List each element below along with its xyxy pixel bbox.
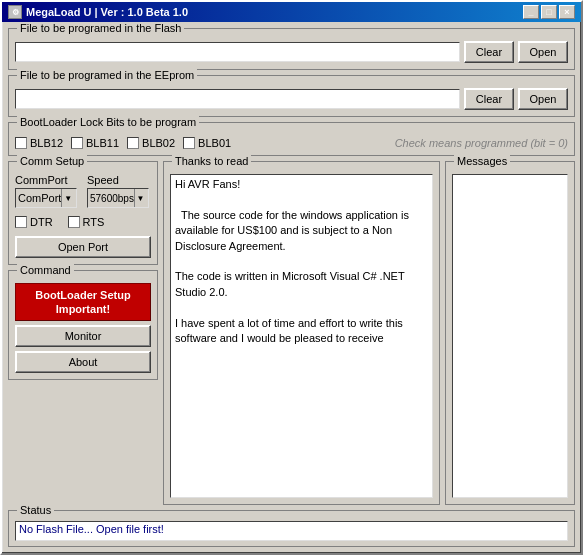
eeprom-open-button[interactable]: Open xyxy=(518,88,568,110)
bootloader-bits-group: BootLoader Lock Bits to be program BLB12… xyxy=(8,122,575,156)
bootloader-bits-label: BootLoader Lock Bits to be program xyxy=(17,116,199,128)
speed-group: Speed 57600bps ▼ xyxy=(87,174,149,208)
open-port-button[interactable]: Open Port xyxy=(15,236,151,258)
blb12-item: BLB12 xyxy=(15,137,63,149)
thanks-group: Thanks to read Hi AVR Fans! The source c… xyxy=(163,161,440,505)
maximize-button[interactable]: □ xyxy=(541,5,557,19)
flash-open-button[interactable]: Open xyxy=(518,41,568,63)
bootloader-line1: BootLoader Setup xyxy=(35,289,130,301)
rts-item: RTS xyxy=(68,216,105,228)
bootloader-line2: Important! xyxy=(56,303,110,315)
blb12-checkbox[interactable] xyxy=(15,137,27,149)
comm-setup-group: Comm Setup CommPort ComPort ▼ Speed xyxy=(8,161,158,265)
commport-select[interactable]: ComPort ▼ xyxy=(15,188,77,208)
status-label: Status xyxy=(17,504,54,516)
flash-group-label: File to be programed in the Flash xyxy=(17,22,184,34)
commport-arrow-icon: ▼ xyxy=(61,189,74,207)
eeprom-group: File to be programed in the EEprom Clear… xyxy=(8,75,575,117)
thanks-text: Hi AVR Fans! The source code for the win… xyxy=(175,178,409,344)
port-speed-row: CommPort ComPort ▼ Speed 57600bps ▼ xyxy=(15,174,151,208)
status-group: Status No Flash File... Open file first! xyxy=(8,510,575,547)
messages-content xyxy=(452,174,568,498)
speed-select[interactable]: 57600bps ▼ xyxy=(87,188,149,208)
thanks-label: Thanks to read xyxy=(172,155,251,167)
eeprom-file-input[interactable] xyxy=(15,89,460,109)
thanks-content[interactable]: Hi AVR Fans! The source code for the win… xyxy=(170,174,433,498)
blb02-label: BLB02 xyxy=(142,137,175,149)
status-value: No Flash File... Open file first! xyxy=(15,521,568,541)
blb02-checkbox[interactable] xyxy=(127,137,139,149)
flash-clear-button[interactable]: Clear xyxy=(464,41,514,63)
bottom-section: Comm Setup CommPort ComPort ▼ Speed xyxy=(8,161,575,505)
dtr-item: DTR xyxy=(15,216,53,228)
rts-checkbox[interactable] xyxy=(68,216,80,228)
messages-label: Messages xyxy=(454,155,510,167)
title-bar: ⚙ MegaLoad U | Ver : 1.0 Beta 1.0 _ □ × xyxy=(2,2,581,22)
dtr-rts-row: DTR RTS xyxy=(15,216,151,228)
command-label: Command xyxy=(17,264,74,276)
command-group: Command BootLoader Setup Important! Moni… xyxy=(8,270,158,380)
blb01-label: BLB01 xyxy=(198,137,231,149)
middle-right: Thanks to read Hi AVR Fans! The source c… xyxy=(163,161,575,505)
messages-group: Messages xyxy=(445,161,575,505)
main-content: File to be programed in the Flash Clear … xyxy=(2,22,581,553)
speed-arrow-icon: ▼ xyxy=(134,189,146,207)
dtr-checkbox[interactable] xyxy=(15,216,27,228)
speed-label: Speed xyxy=(87,174,149,186)
commport-value: ComPort xyxy=(18,192,61,204)
blb11-item: BLB11 xyxy=(71,137,119,149)
eeprom-clear-button[interactable]: Clear xyxy=(464,88,514,110)
blb-hint: Check means programmed (bit = 0) xyxy=(395,137,568,149)
about-button[interactable]: About xyxy=(15,351,151,373)
minimize-button[interactable]: _ xyxy=(523,5,539,19)
flash-group: File to be programed in the Flash Clear … xyxy=(8,28,575,70)
blb02-item: BLB02 xyxy=(127,137,175,149)
eeprom-group-label: File to be programed in the EEprom xyxy=(17,69,197,81)
app-icon: ⚙ xyxy=(8,5,22,19)
close-button[interactable]: × xyxy=(559,5,575,19)
bootloader-setup-button[interactable]: BootLoader Setup Important! xyxy=(15,283,151,321)
comm-setup-label: Comm Setup xyxy=(17,155,87,167)
blb11-checkbox[interactable] xyxy=(71,137,83,149)
dtr-label: DTR xyxy=(30,216,53,228)
blb11-label: BLB11 xyxy=(86,137,119,149)
left-column: Comm Setup CommPort ComPort ▼ Speed xyxy=(8,161,158,505)
blb12-label: BLB12 xyxy=(30,137,63,149)
title-buttons: _ □ × xyxy=(523,5,575,19)
flash-file-input[interactable] xyxy=(15,42,460,62)
window-title: MegaLoad U | Ver : 1.0 Beta 1.0 xyxy=(26,6,188,18)
commport-label: CommPort xyxy=(15,174,77,186)
blb01-item: BLB01 xyxy=(183,137,231,149)
monitor-button[interactable]: Monitor xyxy=(15,325,151,347)
speed-value: 57600bps xyxy=(90,193,134,204)
main-window: ⚙ MegaLoad U | Ver : 1.0 Beta 1.0 _ □ × … xyxy=(0,0,583,555)
blb01-checkbox[interactable] xyxy=(183,137,195,149)
commport-group: CommPort ComPort ▼ xyxy=(15,174,77,208)
rts-label: RTS xyxy=(83,216,105,228)
